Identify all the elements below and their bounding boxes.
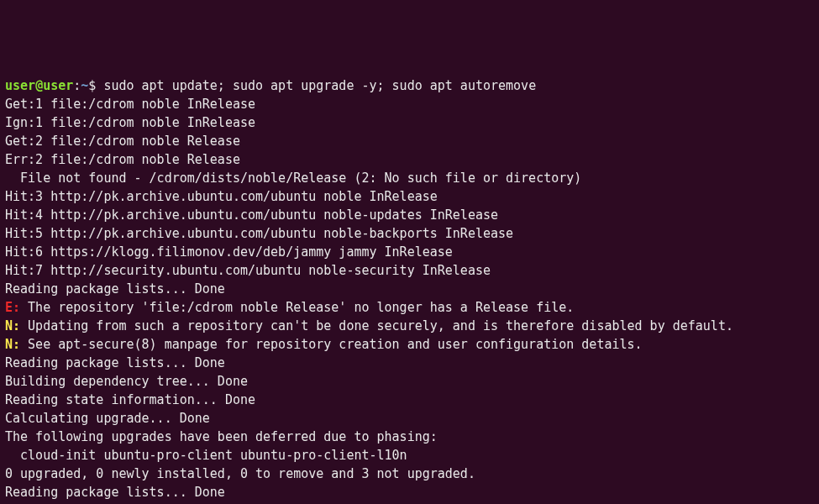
output-line: Reading package lists... Done xyxy=(5,280,814,298)
output-line: Reading package lists... Done xyxy=(5,483,814,501)
output-line: File not found - /cdrom/dists/noble/Rele… xyxy=(5,169,814,187)
output-line: Ign:1 file:/cdrom noble InRelease xyxy=(5,113,814,132)
output-line: 0 upgraded, 0 newly installed, 0 to remo… xyxy=(5,465,814,483)
error-text: The repository 'file:/cdrom noble Releas… xyxy=(20,300,574,315)
output-line: Building dependency tree... Done xyxy=(5,372,814,391)
notice-line: N: Updating from such a repository can't… xyxy=(5,317,814,335)
notice-prefix: N: xyxy=(5,318,20,333)
output-line: cloud-init ubuntu-pro-client ubuntu-pro-… xyxy=(5,446,814,465)
output-line: Hit:6 https://klogg.filimonov.dev/deb/ja… xyxy=(5,243,814,261)
output-line: Reading package lists... Done xyxy=(5,354,814,372)
error-prefix: E: xyxy=(5,300,20,315)
output-line: Get:2 file:/cdrom noble Release xyxy=(5,132,814,150)
output-line: Reading state information... Done xyxy=(5,391,814,409)
output-line: Hit:3 http://pk.archive.ubuntu.com/ubunt… xyxy=(5,187,814,206)
notice-text: Updating from such a repository can't be… xyxy=(20,318,733,333)
output-line: The following upgrades have been deferre… xyxy=(5,428,814,446)
output-line: Err:2 file:/cdrom noble Release xyxy=(5,150,814,169)
error-line: E: The repository 'file:/cdrom noble Rel… xyxy=(5,298,814,317)
output-line: Hit:4 http://pk.archive.ubuntu.com/ubunt… xyxy=(5,206,814,224)
notice-prefix: N: xyxy=(5,337,20,352)
prompt-line-1: user@user:~$ sudo apt update; sudo apt u… xyxy=(5,76,814,95)
output-line: Get:1 file:/cdrom noble InRelease xyxy=(5,95,814,113)
notice-line: N: See apt-secure(8) manpage for reposit… xyxy=(5,335,814,354)
notice-text: See apt-secure(8) manpage for repository… xyxy=(20,337,643,352)
output-line: Hit:7 http://security.ubuntu.com/ubuntu … xyxy=(5,261,814,280)
output-line: Hit:5 http://pk.archive.ubuntu.com/ubunt… xyxy=(5,224,814,243)
command-input: sudo apt update; sudo apt upgrade -y; su… xyxy=(103,78,536,93)
terminal-output[interactable]: user@user:~$ sudo apt update; sudo apt u… xyxy=(5,76,814,504)
output-line: Calculating upgrade... Done xyxy=(5,409,814,428)
